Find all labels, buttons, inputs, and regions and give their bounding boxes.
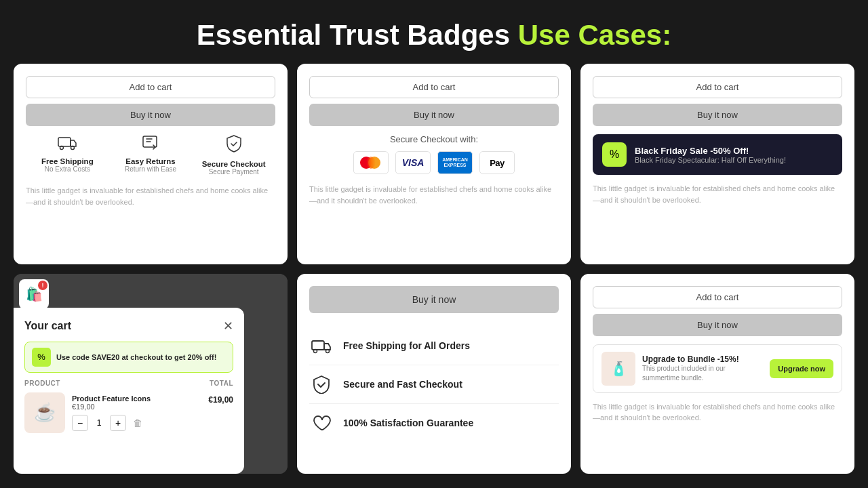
list-item-shipping: Free Shipping for All Orders: [309, 327, 559, 365]
cart-item-info: Product Feature Icons €19,00 − 1 + 🗑: [72, 394, 201, 431]
card3-desc: This little gadget is invaluable for est…: [593, 183, 842, 205]
upgrade-sub: This product included in our summertime …: [642, 364, 763, 383]
trust-list: Free Shipping for All Orders Secure and …: [309, 327, 559, 442]
cards-grid: Add to cart Buy it now Free Shipping No …: [0, 64, 868, 474]
buy-it-now-button-5[interactable]: Buy it now: [309, 286, 559, 313]
card-black-friday: Add to cart Buy it now % Black Friday Sa…: [580, 64, 854, 264]
visa-icon: VISA: [395, 151, 431, 174]
trust-badge-returns: Easy Returns Return with Ease: [109, 134, 193, 176]
bf-text: Black Friday Sale -50% Off! Black Friday…: [635, 146, 786, 164]
qty-decrease-button[interactable]: −: [72, 415, 88, 431]
delete-icon[interactable]: 🗑: [133, 418, 142, 428]
upgrade-info: Upgrade to Bundle -15%! This product inc…: [642, 354, 763, 383]
heart-icon: [309, 411, 334, 435]
trust-badge-secure: Secure Checkout Secure Payment: [192, 134, 275, 176]
add-to-cart-button-3[interactable]: Add to cart: [593, 76, 842, 98]
close-icon[interactable]: ✕: [223, 319, 233, 333]
buy-it-now-button-3[interactable]: Buy it now: [593, 104, 842, 126]
svg-point-2: [71, 146, 75, 150]
svg-rect-4: [312, 341, 324, 350]
cart-header: Your cart ✕: [24, 319, 233, 333]
promo-percent-icon: %: [32, 348, 51, 367]
buy-it-now-button-2[interactable]: Buy it now: [309, 104, 559, 126]
mastercard-icon: [353, 151, 389, 174]
qty-controls: − 1 + 🗑: [72, 415, 201, 431]
add-to-cart-button-1[interactable]: Add to cart: [26, 76, 275, 98]
svg-point-6: [326, 349, 330, 352]
card-bundle-upgrade: Add to cart Buy it now 🧴 Upgrade to Bund…: [580, 274, 854, 474]
card-cart: 🛍️ ! Your cart ✕ % Use code SAVE20 at ch…: [14, 274, 288, 474]
apple-pay-icon: Pay: [479, 151, 515, 174]
secure-checkout-label: Secure Checkout with:: [309, 134, 559, 144]
cart-panel: Your cart ✕ % Use code SAVE20 at checkou…: [14, 308, 244, 474]
checkout-list-text: Secure and Fast Checkout: [343, 379, 462, 390]
qty-value: 1: [92, 418, 106, 428]
svg-rect-0: [58, 138, 71, 146]
payment-icons-row: VISA AMERICANEXPRESS Pay: [309, 151, 559, 174]
card-shipping-list: Buy it now Free Shipping for All Orders: [297, 274, 571, 474]
cart-item-price: €19,00: [72, 403, 201, 411]
list-item-checkout: Secure and Fast Checkout: [309, 365, 559, 404]
card-trust-badges: Add to cart Buy it now Free Shipping No …: [14, 64, 288, 264]
cart-item-total: €19,00: [208, 395, 233, 405]
list-item-satisfaction: 100% Satisfaction Guarantee: [309, 404, 559, 442]
add-to-cart-button-6[interactable]: Add to cart: [593, 286, 842, 308]
upgrade-now-button[interactable]: Upgrade now: [770, 359, 833, 378]
amex-icon: AMERICANEXPRESS: [437, 151, 473, 174]
shield-icon: [192, 134, 275, 157]
shipping-list-text: Free Shipping for All Orders: [343, 340, 470, 351]
promo-text: Use code SAVE20 at checkout to get 20% o…: [56, 353, 216, 361]
buy-it-now-button-6[interactable]: Buy it now: [593, 314, 842, 336]
card6-desc: This little gadget is invaluable for est…: [593, 401, 842, 424]
truck-icon: [26, 134, 109, 155]
percent-icon: %: [602, 142, 627, 167]
satisfaction-list-text: 100% Satisfaction Guarantee: [343, 418, 473, 428]
cart-corner-icon: 🛍️ !: [19, 279, 49, 309]
returns-icon: [109, 134, 193, 155]
cart-item-name: Product Feature Icons: [72, 394, 201, 403]
page-title: Essential Trust Badges Use Cases:: [0, 0, 868, 64]
cart-title: Your cart: [24, 320, 71, 332]
buy-it-now-button-1[interactable]: Buy it now: [26, 104, 275, 126]
card2-desc: This little gadget is invaluable for est…: [309, 184, 559, 206]
svg-point-5: [314, 349, 317, 352]
cart-item-image: ☕: [24, 392, 65, 433]
upgrade-banner: 🧴 Upgrade to Bundle -15%! This product i…: [593, 344, 842, 393]
truck-icon-list: [309, 333, 334, 358]
trust-badges-row: Free Shipping No Extra Costs Easy Return…: [26, 134, 275, 176]
svg-point-1: [60, 146, 64, 150]
shield-check-icon: [309, 372, 334, 396]
black-friday-banner: % Black Friday Sale -50% Off! Black Frid…: [593, 134, 842, 175]
add-to-cart-button-2[interactable]: Add to cart: [309, 76, 559, 98]
card1-desc: This little gadget is invaluable for est…: [26, 185, 275, 207]
trust-badge-shipping: Free Shipping No Extra Costs: [26, 134, 109, 176]
cart-count-badge: !: [38, 281, 47, 290]
promo-banner: % Use code SAVE20 at checkout to get 20%…: [24, 342, 233, 373]
cart-columns: PRODUCT TOTAL: [24, 380, 233, 387]
bundle-image: 🧴: [601, 352, 635, 386]
card-payment-icons: Add to cart Buy it now Secure Checkout w…: [297, 64, 571, 264]
qty-increase-button[interactable]: +: [110, 415, 126, 431]
cart-item: ☕ Product Feature Icons €19,00 − 1 + 🗑 €…: [24, 392, 233, 433]
upgrade-title: Upgrade to Bundle -15%!: [642, 354, 763, 364]
